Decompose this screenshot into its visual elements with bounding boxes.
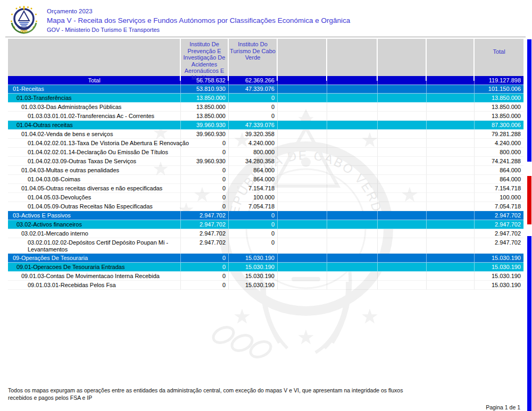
- empty-cell: [327, 184, 378, 193]
- budget-table: Instituto De Prevenção E Investigação De…: [8, 39, 523, 290]
- row-label: 01.04.02.02.01.13-Taxa De Vistoria De Ab…: [8, 139, 181, 148]
- empty-cell: [378, 85, 427, 94]
- value-cell: 74.241.288: [475, 157, 523, 166]
- value-cell: 800.000: [475, 148, 523, 157]
- right-edge-red-bar: [527, 176, 531, 224]
- table-row: 01.04.05.09-Outras Receitas Não Especifi…: [8, 202, 523, 211]
- value-cell: 0: [181, 202, 229, 211]
- empty-cell: [278, 139, 327, 148]
- value-cell: 13.850.000: [475, 112, 523, 121]
- table-row: 03.02-Activos financeiros2.947.70202.947…: [8, 220, 523, 229]
- value-cell: 0: [229, 220, 278, 229]
- empty-cell: [427, 76, 475, 85]
- empty-cell: [327, 148, 378, 157]
- empty-cell: [327, 76, 378, 85]
- value-cell: 2.947.702: [475, 211, 523, 220]
- empty-cell: [327, 211, 378, 220]
- value-cell: 2.947.702: [181, 238, 229, 254]
- table-row: 03.02.01.02.02-Depósitos Certif Depósito…: [8, 238, 523, 254]
- row-label: 01.03-Transferências: [8, 94, 181, 103]
- value-cell: 864.000: [475, 175, 523, 184]
- table-row: 01.04.05.03-Devoluções0100.000100.000: [8, 193, 523, 202]
- value-cell: 0: [181, 175, 229, 184]
- row-label: 01.03.03-Das Administrações Públicas: [8, 103, 181, 112]
- value-cell: 0: [229, 229, 278, 238]
- empty-cell: [327, 94, 378, 103]
- value-cell: 53.810.930: [181, 85, 229, 94]
- empty-cell: [378, 254, 427, 263]
- empty-cell: [327, 121, 378, 130]
- table-row: 01.04.03-Multas e outras penalidades0864…: [8, 166, 523, 175]
- value-cell: 7.154.718: [475, 184, 523, 193]
- empty-cell: [427, 220, 475, 229]
- empty-cell: [378, 130, 427, 139]
- empty-cell: [378, 184, 427, 193]
- value-cell: 15.030.190: [229, 272, 278, 281]
- value-cell: 15.030.190: [475, 254, 523, 263]
- value-cell: 0: [181, 272, 229, 281]
- table-row: 01.04.02-Venda de bens e serviços39.960.…: [8, 130, 523, 139]
- value-cell: 56.758.632: [181, 76, 229, 85]
- empty-cell: [427, 85, 475, 94]
- table-row: 01.04.03.08-Coimas0864.000864.000: [8, 175, 523, 184]
- empty-cell: [278, 193, 327, 202]
- value-cell: 47.339.076: [229, 121, 278, 130]
- row-label: 03.02.01.02.02-Depósitos Certif Depósito…: [8, 238, 181, 254]
- table-row: 09.01.03-Contas De Movimentacao Interna …: [8, 272, 523, 281]
- column-header-empty: [378, 39, 427, 81]
- empty-cell: [427, 139, 475, 148]
- table-row: Total56.758.63262.369.266119.127.898: [8, 76, 523, 85]
- value-cell: 4.240.000: [229, 139, 278, 148]
- empty-cell: [427, 112, 475, 121]
- empty-cell: [278, 211, 327, 220]
- value-cell: 13.850.000: [181, 103, 229, 112]
- value-cell: 13.850.000: [475, 103, 523, 112]
- empty-cell: [427, 157, 475, 166]
- column-header-empty: [427, 39, 475, 81]
- empty-cell: [327, 166, 378, 175]
- row-label: 09-Operações De Tesouraria: [8, 254, 181, 263]
- table-row: 01-Receitas53.810.93047.339.076101.150.0…: [8, 85, 523, 94]
- value-cell: 15.030.190: [475, 281, 523, 290]
- empty-cell: [378, 202, 427, 211]
- row-label: 03-Activos E Passivos: [8, 211, 181, 220]
- value-cell: 0: [181, 166, 229, 175]
- value-cell: 0: [181, 254, 229, 263]
- empty-cell: [327, 193, 378, 202]
- empty-cell: [327, 103, 378, 112]
- empty-cell: [427, 103, 475, 112]
- empty-cell: [278, 130, 327, 139]
- empty-cell: [427, 254, 475, 263]
- row-label: 09.01-Operacoes De Tesouraria Entradas: [8, 263, 181, 272]
- value-cell: 864.000: [229, 166, 278, 175]
- value-cell: 7.054.718: [475, 202, 523, 211]
- value-cell: 864.000: [229, 175, 278, 184]
- table-row: 01.04-Outras receitas39.960.93047.339.07…: [8, 121, 523, 130]
- value-cell: 15.030.190: [475, 263, 523, 272]
- row-label: 01.04.05.03-Devoluções: [8, 193, 181, 202]
- table-header-row: Instituto De Prevenção E Investigação De…: [8, 39, 523, 76]
- empty-cell: [427, 263, 475, 272]
- empty-cell: [278, 94, 327, 103]
- value-cell: 0: [181, 148, 229, 157]
- table-row: 09.01.03.01-Recebidas Pelos Fsa015.030.1…: [8, 281, 523, 290]
- empty-cell: [427, 202, 475, 211]
- value-cell: 39.320.358: [229, 130, 278, 139]
- table-row: 03-Activos E Passivos2.947.70202.947.702: [8, 211, 523, 220]
- empty-cell: [378, 211, 427, 220]
- value-cell: 0: [229, 103, 278, 112]
- value-cell: 2.947.702: [475, 220, 523, 229]
- table-row: 01.03-Transferências13.850.000013.850.00…: [8, 94, 523, 103]
- value-cell: 100.000: [475, 193, 523, 202]
- table-row: 09-Operações De Tesouraria015.030.19015.…: [8, 254, 523, 263]
- value-cell: 0: [181, 263, 229, 272]
- value-cell: 15.030.190: [229, 263, 278, 272]
- empty-cell: [378, 76, 427, 85]
- empty-cell: [327, 130, 378, 139]
- ministry-subtitle: GOV - Ministerio Do Turismo E Transporte…: [47, 27, 160, 33]
- value-cell: 2.947.702: [475, 238, 523, 254]
- value-cell: 39.960.930: [181, 130, 229, 139]
- value-cell: 101.150.006: [475, 85, 523, 94]
- empty-cell: [427, 211, 475, 220]
- empty-cell: [427, 272, 475, 281]
